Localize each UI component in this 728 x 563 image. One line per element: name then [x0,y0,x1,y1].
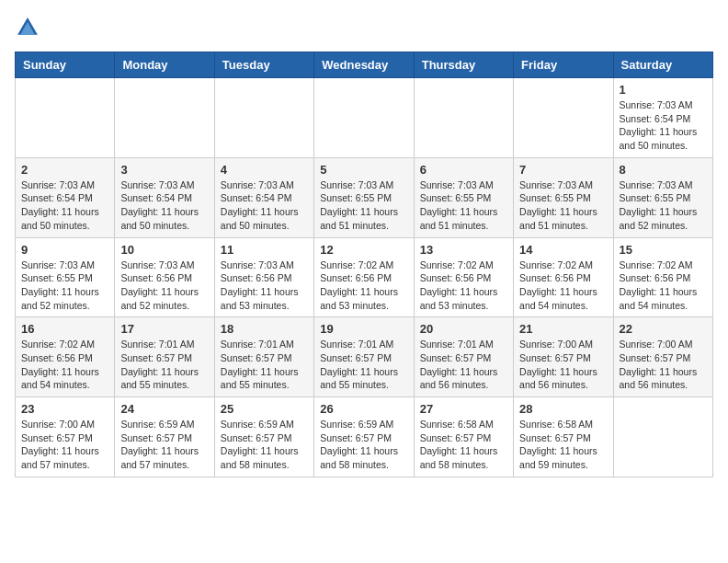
day-number: 28 [519,402,607,416]
weekday-header: Saturday [613,52,712,78]
day-number: 1 [620,83,707,97]
day-info: Sunrise: 7:02 AM Sunset: 6:56 PM Dayligh… [519,259,607,313]
calendar-day-cell [16,78,115,158]
day-info: Sunrise: 7:03 AM Sunset: 6:54 PM Dayligh… [120,178,208,233]
calendar-day-cell: 8Sunrise: 7:03 AM Sunset: 6:55 PM Daylig… [613,157,712,237]
calendar-day-cell: 26Sunrise: 6:59 AM Sunset: 6:57 PM Dayli… [314,397,414,477]
calendar-week-row: 9Sunrise: 7:03 AM Sunset: 6:55 PM Daylig… [16,237,713,317]
day-info: Sunrise: 7:03 AM Sunset: 6:54 PM Dayligh… [620,98,707,153]
calendar-week-row: 1Sunrise: 7:03 AM Sunset: 6:54 PM Daylig… [16,78,713,158]
calendar-day-cell [214,78,313,158]
calendar-day-cell: 28Sunrise: 6:58 AM Sunset: 6:57 PM Dayli… [514,397,613,477]
day-number: 6 [420,163,507,177]
calendar-day-cell: 23Sunrise: 7:00 AM Sunset: 6:57 PM Dayli… [16,397,115,477]
day-info: Sunrise: 7:02 AM Sunset: 6:56 PM Dayligh… [21,338,108,392]
calendar-day-cell: 14Sunrise: 7:02 AM Sunset: 6:56 PM Dayli… [514,237,613,317]
day-number: 3 [120,163,208,177]
day-info: Sunrise: 6:58 AM Sunset: 6:57 PM Dayligh… [519,418,607,472]
day-number: 9 [21,243,108,257]
day-number: 2 [21,163,108,177]
calendar-day-cell [613,397,712,477]
day-number: 5 [320,163,407,177]
calendar-day-cell: 15Sunrise: 7:02 AM Sunset: 6:56 PM Dayli… [613,237,712,317]
calendar-week-row: 16Sunrise: 7:02 AM Sunset: 6:56 PM Dayli… [16,317,713,397]
calendar-day-cell: 1Sunrise: 7:03 AM Sunset: 6:54 PM Daylig… [613,78,712,158]
day-info: Sunrise: 7:01 AM Sunset: 6:57 PM Dayligh… [320,338,407,392]
calendar-day-cell: 16Sunrise: 7:02 AM Sunset: 6:56 PM Dayli… [16,317,115,397]
day-info: Sunrise: 7:03 AM Sunset: 6:55 PM Dayligh… [620,178,707,233]
day-info: Sunrise: 7:03 AM Sunset: 6:55 PM Dayligh… [21,259,108,313]
calendar-day-cell [414,78,513,158]
weekday-header: Sunday [16,52,115,78]
calendar-day-cell [514,78,613,158]
day-number: 11 [221,243,308,257]
day-number: 14 [519,243,607,257]
calendar-day-cell: 9Sunrise: 7:03 AM Sunset: 6:55 PM Daylig… [16,237,115,317]
calendar-day-cell: 11Sunrise: 7:03 AM Sunset: 6:56 PM Dayli… [214,237,313,317]
calendar-day-cell [314,78,414,158]
day-info: Sunrise: 6:59 AM Sunset: 6:57 PM Dayligh… [320,418,407,472]
calendar-day-cell: 10Sunrise: 7:03 AM Sunset: 6:56 PM Dayli… [115,237,214,317]
day-info: Sunrise: 7:03 AM Sunset: 6:56 PM Dayligh… [120,259,208,313]
calendar-day-cell: 25Sunrise: 6:59 AM Sunset: 6:57 PM Dayli… [214,397,313,477]
day-info: Sunrise: 7:00 AM Sunset: 6:57 PM Dayligh… [519,338,607,392]
calendar-body: 1Sunrise: 7:03 AM Sunset: 6:54 PM Daylig… [16,78,713,477]
calendar-day-cell: 20Sunrise: 7:01 AM Sunset: 6:57 PM Dayli… [414,317,513,397]
day-info: Sunrise: 6:58 AM Sunset: 6:57 PM Dayligh… [420,418,507,472]
calendar-day-cell: 6Sunrise: 7:03 AM Sunset: 6:55 PM Daylig… [414,157,513,237]
day-number: 16 [21,322,108,336]
day-number: 25 [221,402,308,416]
day-number: 18 [221,322,308,336]
day-number: 27 [420,402,507,416]
calendar-day-cell: 19Sunrise: 7:01 AM Sunset: 6:57 PM Dayli… [314,317,414,397]
weekday-header: Wednesday [314,52,414,78]
day-number: 22 [620,322,707,336]
day-number: 13 [420,243,507,257]
day-number: 20 [420,322,507,336]
day-number: 23 [21,402,108,416]
logo [15,15,44,40]
calendar-table: SundayMondayTuesdayWednesdayThursdayFrid… [15,52,713,477]
weekday-header-row: SundayMondayTuesdayWednesdayThursdayFrid… [16,52,713,78]
weekday-header: Monday [115,52,214,78]
day-number: 15 [620,243,707,257]
day-info: Sunrise: 7:03 AM Sunset: 6:56 PM Dayligh… [221,259,308,313]
calendar-day-cell: 12Sunrise: 7:02 AM Sunset: 6:56 PM Dayli… [314,237,414,317]
weekday-header: Friday [514,52,613,78]
day-info: Sunrise: 7:01 AM Sunset: 6:57 PM Dayligh… [221,338,308,392]
day-info: Sunrise: 7:02 AM Sunset: 6:56 PM Dayligh… [420,259,507,313]
calendar-day-cell: 2Sunrise: 7:03 AM Sunset: 6:54 PM Daylig… [16,157,115,237]
calendar-day-cell: 13Sunrise: 7:02 AM Sunset: 6:56 PM Dayli… [414,237,513,317]
calendar-day-cell: 4Sunrise: 7:03 AM Sunset: 6:54 PM Daylig… [214,157,313,237]
calendar-day-cell: 24Sunrise: 6:59 AM Sunset: 6:57 PM Dayli… [115,397,214,477]
calendar-day-cell: 3Sunrise: 7:03 AM Sunset: 6:54 PM Daylig… [115,157,214,237]
calendar-day-cell: 18Sunrise: 7:01 AM Sunset: 6:57 PM Dayli… [214,317,313,397]
day-info: Sunrise: 7:01 AM Sunset: 6:57 PM Dayligh… [420,338,507,392]
weekday-header: Thursday [414,52,513,78]
weekday-header: Tuesday [214,52,313,78]
calendar-day-cell: 5Sunrise: 7:03 AM Sunset: 6:55 PM Daylig… [314,157,414,237]
day-info: Sunrise: 7:03 AM Sunset: 6:55 PM Dayligh… [420,178,507,233]
calendar-day-cell: 27Sunrise: 6:58 AM Sunset: 6:57 PM Dayli… [414,397,513,477]
day-number: 24 [120,402,208,416]
calendar-day-cell [115,78,214,158]
calendar-day-cell: 21Sunrise: 7:00 AM Sunset: 6:57 PM Dayli… [514,317,613,397]
calendar-week-row: 2Sunrise: 7:03 AM Sunset: 6:54 PM Daylig… [16,157,713,237]
calendar-day-cell: 17Sunrise: 7:01 AM Sunset: 6:57 PM Dayli… [115,317,214,397]
day-number: 10 [120,243,208,257]
day-info: Sunrise: 7:03 AM Sunset: 6:55 PM Dayligh… [519,178,607,233]
day-info: Sunrise: 7:02 AM Sunset: 6:56 PM Dayligh… [320,259,407,313]
day-info: Sunrise: 7:00 AM Sunset: 6:57 PM Dayligh… [21,418,108,472]
calendar-day-cell: 7Sunrise: 7:03 AM Sunset: 6:55 PM Daylig… [514,157,613,237]
day-info: Sunrise: 7:02 AM Sunset: 6:56 PM Dayligh… [620,259,707,313]
day-number: 19 [320,322,407,336]
page-header [15,15,713,40]
day-number: 7 [519,163,607,177]
day-number: 4 [221,163,308,177]
day-info: Sunrise: 7:01 AM Sunset: 6:57 PM Dayligh… [120,338,208,392]
day-info: Sunrise: 7:03 AM Sunset: 6:54 PM Dayligh… [21,178,108,233]
day-number: 21 [519,322,607,336]
day-number: 17 [120,322,208,336]
day-info: Sunrise: 6:59 AM Sunset: 6:57 PM Dayligh… [120,418,208,472]
day-number: 12 [320,243,407,257]
